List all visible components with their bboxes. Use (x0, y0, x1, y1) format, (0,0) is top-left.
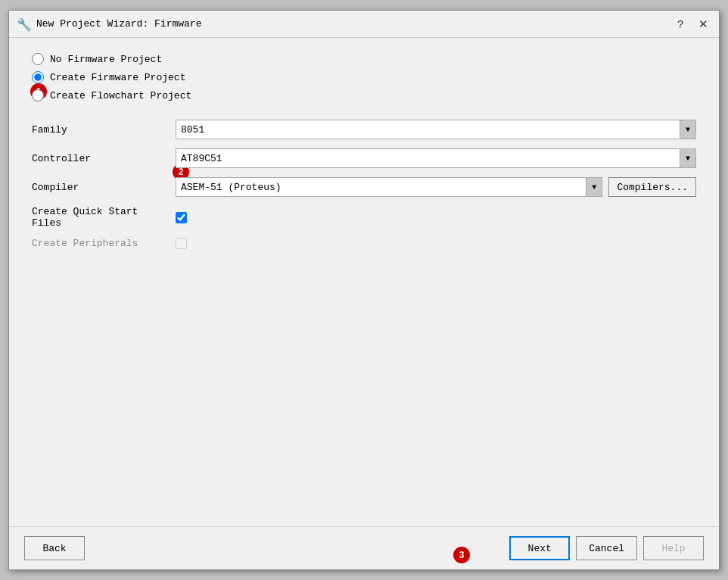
family-row: Family 8051 ▼ (32, 120, 696, 139)
controller-row: Controller AT89C51 ▼ (32, 148, 696, 168)
close-title-button[interactable]: ✕ (695, 16, 711, 33)
compiler-label: Compiler (32, 182, 168, 193)
radio-no-firmware-label: No Firmware Project (50, 54, 162, 65)
radio-group: No Firmware Project Create Firmware Proj… (32, 53, 696, 101)
footer-right: Next Cancel Help (509, 536, 704, 560)
radio-create-firmware-label: Create Firmware Project (50, 72, 185, 83)
title-bar-left: 🔧 New Project Wizard: Firmware (17, 17, 201, 31)
dialog-footer: Back Next Cancel Help (9, 526, 719, 569)
compiler-row: Compiler ASEM-51 (Proteus) ▼ Compilers..… (32, 177, 696, 197)
cancel-button[interactable]: Cancel (576, 536, 637, 560)
next-button[interactable]: Next (509, 536, 570, 560)
dialog-icon: 🔧 (17, 17, 30, 31)
radio-create-flowchart-input[interactable] (32, 89, 44, 101)
peripherals-row: Create Peripherals (32, 238, 696, 249)
radio-create-flowchart-label: Create Flowchart Project (50, 90, 191, 101)
dialog-window: 1 2 3 🔧 New Project Wizard: Firmware ? ✕… (8, 10, 720, 570)
quick-start-checkbox[interactable] (176, 212, 187, 223)
compiler-control: ASEM-51 (Proteus) ▼ Compilers... (176, 177, 696, 197)
fields-section: Family 8051 ▼ Controller AT89C5 (32, 120, 696, 249)
family-control: 8051 ▼ (176, 120, 696, 139)
family-select-wrapper: 8051 ▼ (176, 120, 696, 139)
compiler-select[interactable]: ASEM-51 (Proteus) (176, 177, 602, 197)
dialog-title: New Project Wizard: Firmware (36, 18, 201, 30)
peripherals-label: Create Peripherals (32, 238, 168, 249)
help-button[interactable]: Help (643, 536, 704, 560)
family-select[interactable]: 8051 (176, 120, 696, 139)
radio-create-firmware-input[interactable] (32, 71, 44, 83)
family-label: Family (32, 124, 168, 136)
controller-select[interactable]: AT89C51 (176, 148, 696, 168)
controller-select-wrapper: AT89C51 ▼ (176, 148, 696, 168)
quick-start-control (176, 212, 696, 223)
title-bar: 🔧 New Project Wizard: Firmware ? ✕ (9, 11, 719, 38)
controller-label: Controller (32, 153, 168, 164)
quick-start-row: Create Quick Start Files (32, 206, 696, 229)
peripherals-checkbox (176, 238, 187, 249)
compiler-select-wrapper: ASEM-51 (Proteus) ▼ (176, 177, 602, 197)
annotation-3: 3 (453, 547, 470, 563)
title-bar-right: ? ✕ (674, 16, 711, 33)
dialog-body: No Firmware Project Create Firmware Proj… (9, 38, 719, 526)
back-button[interactable]: Back (24, 536, 85, 560)
peripherals-control (176, 238, 696, 249)
radio-no-firmware[interactable]: No Firmware Project (32, 53, 696, 65)
footer-left: Back (24, 536, 85, 560)
radio-no-firmware-input[interactable] (32, 53, 44, 65)
radio-create-firmware[interactable]: Create Firmware Project (32, 71, 696, 83)
quick-start-label: Create Quick Start Files (32, 206, 168, 229)
controller-control: AT89C51 ▼ (176, 148, 696, 168)
help-title-button[interactable]: ? (674, 16, 686, 32)
radio-create-flowchart[interactable]: Create Flowchart Project (32, 89, 696, 101)
compilers-button[interactable]: Compilers... (608, 177, 696, 197)
